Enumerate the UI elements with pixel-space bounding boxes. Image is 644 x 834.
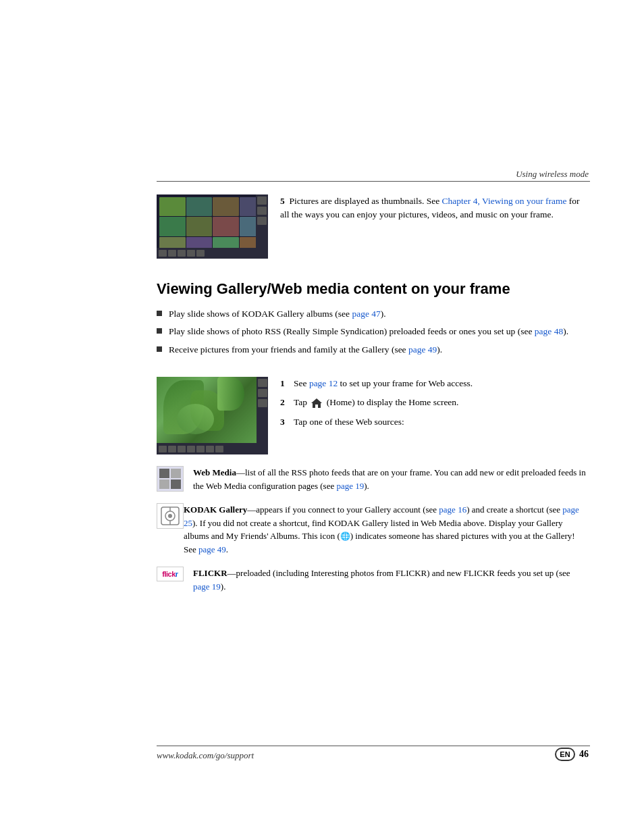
toolbar-button [159,446,167,452]
gallery-toolbar [157,443,268,454]
thumbnail-cell [159,217,186,236]
step-number: 1 [280,377,288,390]
bullet-text: Play slide shows of KODAK Gallery albums… [169,307,386,321]
header-rule [157,181,590,182]
thumbnail-cell [213,197,239,216]
web-media-icon [157,467,183,491]
page12-link[interactable]: page 12 [309,378,338,388]
bullet-icon [157,311,162,316]
wm-cell [159,479,169,489]
main-heading: Viewing Gallery/Web media content on you… [157,280,589,298]
step3: 3 Tap one of these Web sources: [280,415,589,429]
sidebar-button [258,379,267,387]
svg-point-3 [168,514,172,518]
steps-section: 1 See page 12 to set up your frame for W… [280,377,589,434]
footer-url: www.kodak.com/go/support [157,750,254,761]
page47-link[interactable]: page 47 [352,309,380,319]
en-badge: EN [555,748,575,761]
sidebar-button [258,399,267,407]
image-toolbar [157,248,256,259]
thumbnail-cell [159,197,186,216]
step5-image [157,194,268,259]
sidebar-button [257,217,267,225]
header-title: Using wireless mode [516,169,589,180]
step5-text: 5 Pictures are displayed as thumbnails. … [280,194,589,222]
page-container: Using wireless mode [0,0,644,834]
footer-page: EN 46 [555,748,589,761]
flickr-label-icon: flickr [162,570,178,578]
page48-link[interactable]: page 48 [535,326,563,336]
bullet-text: Receive pictures from your friends and f… [169,343,442,357]
toolbar-button [159,250,167,257]
page49-link[interactable]: page 49 [408,344,437,355]
gallery-photo [157,377,257,443]
gallery-image [157,377,268,454]
footer-rule [157,746,590,746]
toolbar-button [206,446,214,452]
web-media-icon-box [157,466,184,492]
toolbar-button [178,446,186,452]
gallery-sidebar [257,377,268,443]
step5-number: 5 [280,196,285,206]
sidebar-button [257,197,267,205]
sidebar-button [257,207,267,215]
toolbar-button [178,250,186,257]
chapter4-link[interactable]: Chapter 4, Viewing on your frame [442,196,567,206]
step-number: 2 [280,396,288,409]
flickr-text: FLICKR—preloaded (including Interesting … [193,567,589,593]
bullet-icon [157,346,162,352]
gallery-page49-link[interactable]: page 49 [198,544,226,554]
wm-cell [171,469,181,478]
gallery-icon [160,506,180,526]
web-media-text: Web Media—list of all the RSS photo feed… [193,466,589,492]
flickr-row: flickr FLICKR—preloaded (including Inter… [157,567,589,593]
toolbar-button [187,446,195,452]
web-media-label: Web Media [193,467,236,477]
step1: 1 See page 12 to set up your frame for W… [280,377,589,390]
toolbar-button [168,446,176,452]
flickr-icon-box: flickr [157,567,184,581]
toolbar-button [187,250,195,257]
bullets-section: Play slide shows of KODAK Gallery albums… [157,307,589,361]
step-number: 3 [280,415,288,429]
web-media-page19-link[interactable]: page 19 [336,481,364,491]
home-icon [311,397,323,409]
wm-cell [171,479,181,489]
thumbnail-cell [186,217,213,236]
bullet-item: Play slide shows of photo RSS (Really Si… [157,325,589,338]
flickr-label: FLICKR [193,568,227,578]
sidebar-button [258,389,267,397]
step-text: Tap one of these Web sources: [294,415,404,429]
page-number: 46 [579,749,589,760]
toolbar-button [215,446,223,452]
step5-description: Pictures are displayed as thumbnails. Se… [290,196,442,206]
wm-cell [159,469,169,478]
flickr-icon-container: flickr [157,567,184,581]
svg-marker-0 [311,398,322,408]
toolbar-button [196,250,205,257]
thumbnail-cell [186,197,213,216]
step2: 2 Tap (Home) to display the Home screen. [280,396,589,409]
toolbar-button [168,250,176,257]
bullet-item: Play slide shows of KODAK Gallery albums… [157,307,589,321]
thumbnail-cell [213,217,239,236]
image-sidebar [256,194,268,259]
web-media-row: Web Media—list of all the RSS photo feed… [157,466,589,492]
gallery-page16-link[interactable]: page 16 [439,504,466,515]
step-text: Tap (Home) to display the Home screen. [294,396,459,409]
gallery-label: KODAK Gallery [184,504,247,515]
gallery-icon-box [157,503,184,529]
kodak-gallery-row: KODAK Gallery—appears if you connect to … [157,503,589,556]
icon-section: Web Media—list of all the RSS photo feed… [157,466,589,604]
bullet-text: Play slide shows of photo RSS (Really Si… [169,325,568,338]
flickr-page19-link[interactable]: page 19 [193,581,221,592]
bullet-icon [157,328,162,334]
step-text: See page 12 to set up your frame for Web… [294,377,473,390]
bullet-item: Receive pictures from your friends and f… [157,343,589,357]
toolbar-button [196,446,205,452]
gallery-text: KODAK Gallery—appears if you connect to … [184,503,589,556]
